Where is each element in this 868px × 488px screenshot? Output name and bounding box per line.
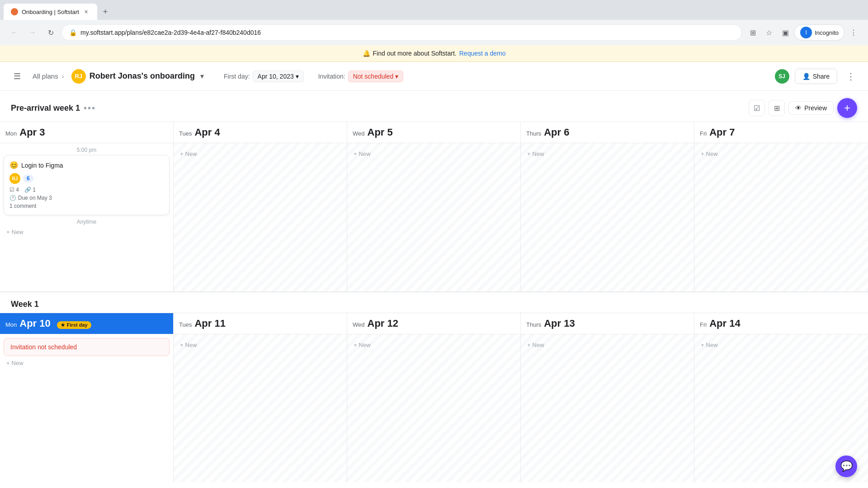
plan-chevron-button[interactable]: ▾ bbox=[198, 70, 206, 82]
share-label: Share bbox=[813, 73, 830, 80]
active-tab[interactable]: Onboarding | Softstart ✕ bbox=[4, 4, 97, 20]
url-text: my.softstart.app/plans/e82cae2a-2d39-4e4… bbox=[80, 29, 734, 36]
calendar-column-thurs-apr13: Thurs Apr 13 + New bbox=[521, 313, 694, 483]
day-name: Wed bbox=[353, 130, 365, 137]
calendar-column-fri-apr7: Fri Apr 7 + New bbox=[694, 122, 868, 291]
task-due: 🕐 Due on May 3 bbox=[9, 195, 164, 201]
day-name: Fri bbox=[700, 321, 707, 328]
nav-right-buttons: ⊞ ☆ ▣ I Incognito ⋮ bbox=[745, 24, 861, 41]
sidebar-icon[interactable]: ▣ bbox=[778, 25, 793, 40]
share-icon: 👤 bbox=[802, 73, 810, 80]
new-task-button-thurs-apr6[interactable]: + New bbox=[524, 149, 690, 159]
cal-body-mon-apr10: Invitation not scheduled + New bbox=[0, 334, 173, 483]
cal-date: Apr 13 bbox=[544, 318, 575, 329]
new-label: New bbox=[12, 360, 24, 366]
checklist-view-button[interactable]: ☑ bbox=[749, 100, 765, 116]
bookmark-icon[interactable]: ☆ bbox=[762, 25, 776, 40]
new-task-button-fri-apr14[interactable]: + New bbox=[698, 340, 864, 350]
cast-icon[interactable]: ⊞ bbox=[745, 25, 760, 40]
header-right: SJ 👤 Share ⋮ bbox=[775, 68, 859, 84]
new-task-button-mon-apr3[interactable]: + New bbox=[4, 227, 170, 237]
section-dots-button[interactable]: ••• bbox=[84, 103, 96, 113]
first-day-value: Apr 10, 2023 bbox=[258, 73, 294, 80]
plus-icon: + bbox=[354, 150, 357, 157]
pre-arrival-section-header: Pre-arrival week 1 ••• ☑ ⊞ 👁 Preview + bbox=[0, 91, 868, 122]
invitation-alert[interactable]: Invitation not scheduled bbox=[4, 338, 170, 356]
cal-date: Apr 10 bbox=[19, 318, 50, 329]
info-banner: 🔔 Find out more about Softstart. Request… bbox=[0, 45, 868, 62]
cal-date: Apr 14 bbox=[709, 318, 740, 329]
new-task-button-thurs-apr13[interactable]: + New bbox=[524, 340, 690, 350]
day-name: Mon bbox=[5, 130, 17, 137]
nav-bar: ← → ↻ 🔒 my.softstart.app/plans/e82cae2a-… bbox=[0, 20, 868, 45]
share-button[interactable]: 👤 Share bbox=[795, 69, 837, 84]
preview-button[interactable]: 👁 Preview bbox=[788, 101, 834, 115]
profile-button[interactable]: I Incognito bbox=[794, 24, 844, 41]
address-bar[interactable]: 🔒 my.softstart.app/plans/e82cae2a-2d39-4… bbox=[61, 24, 742, 41]
more-button[interactable]: ⋮ bbox=[843, 68, 859, 84]
week1-title: Week 1 bbox=[11, 300, 39, 309]
new-label: New bbox=[359, 150, 371, 157]
new-task-button-tues-apr4[interactable]: + New bbox=[177, 149, 343, 159]
new-tab-button[interactable]: + bbox=[99, 5, 112, 18]
week1-section-header: Week 1 bbox=[0, 291, 868, 313]
forward-button[interactable]: → bbox=[25, 25, 40, 40]
sj-avatar[interactable]: SJ bbox=[775, 69, 789, 84]
cal-header-fri-apr14: Fri Apr 14 bbox=[694, 313, 868, 334]
new-task-button-mon-apr10[interactable]: + New bbox=[4, 358, 170, 368]
tab-favicon bbox=[11, 8, 18, 15]
profile-avatar: I bbox=[800, 27, 812, 38]
task-comment: 1 comment bbox=[9, 203, 164, 209]
extensions-icon[interactable]: ⋮ bbox=[846, 25, 861, 40]
filter-icon: ⊞ bbox=[774, 104, 780, 113]
task-count-badge: 6 bbox=[23, 174, 33, 183]
new-task-button-wed-apr12[interactable]: + New bbox=[351, 340, 517, 350]
task-card-login-figma[interactable]: 😊 Login to Figma RJ 6 ☑ 4 🔗 1 🕐 Due on M… bbox=[4, 155, 170, 215]
cal-body-tues-apr11: + New bbox=[174, 334, 347, 483]
first-day-badge: ★ First day bbox=[57, 321, 91, 329]
reload-button[interactable]: ↻ bbox=[43, 25, 58, 40]
invitation-button[interactable]: Not scheduled ▾ bbox=[348, 70, 404, 82]
cal-date: Apr 5 bbox=[368, 127, 393, 138]
calendar-column-tues-apr4: Tues Apr 4 + New bbox=[174, 122, 347, 291]
tab-close-button[interactable]: ✕ bbox=[83, 8, 90, 15]
plus-icon: + bbox=[527, 342, 531, 348]
week1-calendar-grid: Mon Apr 10 ★ First day Invitation not sc… bbox=[0, 313, 868, 483]
new-task-button-tues-apr11[interactable]: + New bbox=[177, 340, 343, 350]
first-day-chevron-icon: ▾ bbox=[296, 73, 299, 80]
day-name: Mon bbox=[5, 321, 17, 328]
calendar-column-wed-apr12: Wed Apr 12 + New bbox=[347, 313, 521, 483]
back-button[interactable]: ← bbox=[7, 25, 22, 40]
cal-date: Apr 6 bbox=[544, 127, 569, 138]
assignee-avatar-rj: RJ bbox=[9, 173, 20, 184]
invitation-alert-text: Invitation not scheduled bbox=[10, 343, 77, 351]
plus-icon: + bbox=[180, 342, 184, 348]
plan-name-section: RJ Robert Jonas's onboarding ▾ bbox=[71, 69, 206, 84]
first-day-label: First day: bbox=[224, 73, 250, 80]
all-plans-link[interactable]: All plans bbox=[33, 72, 58, 80]
hamburger-button[interactable]: ☰ bbox=[9, 68, 25, 84]
cal-header-tues-apr11: Tues Apr 11 bbox=[174, 313, 347, 334]
cal-header-thurs-apr6: Thurs Apr 6 bbox=[521, 122, 694, 143]
task-assignees: RJ 6 bbox=[9, 173, 164, 184]
chat-support-button[interactable]: 💬 bbox=[835, 455, 857, 477]
add-task-button[interactable]: + bbox=[837, 98, 857, 118]
new-label: New bbox=[706, 342, 718, 348]
calendar-column-mon-apr3: Mon Apr 3 5:00 pm 😊 Login to Figma RJ 6 … bbox=[0, 122, 174, 291]
calendar-column-tues-apr11: Tues Apr 11 + New bbox=[174, 313, 347, 483]
new-label: New bbox=[533, 150, 544, 157]
first-day-button[interactable]: Apr 10, 2023 ▾ bbox=[253, 70, 304, 82]
pre-arrival-title: Pre-arrival week 1 bbox=[11, 103, 80, 113]
section-toolbar: ☑ ⊞ 👁 Preview + bbox=[749, 98, 857, 118]
cal-body-thurs-apr13: + New bbox=[521, 334, 694, 483]
banner-link[interactable]: Request a demo bbox=[459, 50, 506, 57]
filter-button[interactable]: ⊞ bbox=[769, 100, 785, 116]
cal-date: Apr 11 bbox=[194, 318, 225, 329]
new-task-button-wed-apr5[interactable]: + New bbox=[351, 149, 517, 159]
cal-header-mon-apr10: Mon Apr 10 ★ First day bbox=[0, 313, 173, 334]
day-name: Thurs bbox=[526, 321, 541, 328]
plus-icon: + bbox=[180, 150, 184, 157]
invitation-value: Not scheduled bbox=[353, 73, 394, 80]
cal-body-mon-apr3: 5:00 pm 😊 Login to Figma RJ 6 ☑ 4 🔗 1 bbox=[0, 143, 173, 291]
new-task-button-fri-apr7[interactable]: + New bbox=[698, 149, 864, 159]
